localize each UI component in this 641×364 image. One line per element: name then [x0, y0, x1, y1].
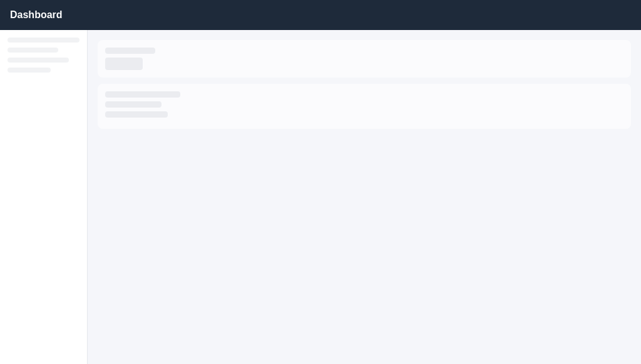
dashboard-title: Dashboard [10, 9, 63, 21]
dashboard-header: Dashboard [0, 0, 641, 30]
dashboard-content [88, 30, 641, 364]
dashboard-sidebar [0, 30, 88, 364]
